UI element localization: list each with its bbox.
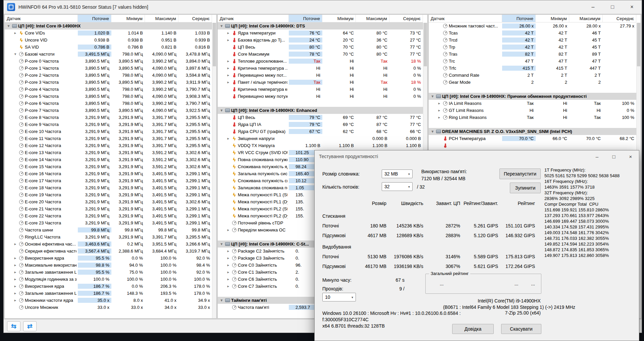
sensor-row[interactable]: Tras82 T82 T89 T [429,51,636,58]
sensor-row[interactable]: ЦП Весь80 °C70 °C80 °C77 °C [218,44,423,51]
sensor-group-header[interactable]: ▾DREAM MACHINES SP. Z O.O. V3xxSNP_SNN_S… [429,128,636,135]
sensor-row[interactable]: Uncore Множник33.0 x33.0 x34.0 x33.0 x [5,304,212,311]
sensor-row[interactable]: E-core 11 Частота3,291.9 МГц3,291.9 МГц3… [5,135,212,142]
sensor-row[interactable]: P-core 1 Частота3,890.5 МГц3,890.5 МГц4,… [5,65,212,72]
col-header-1[interactable]: Поточне [78,15,111,22]
sensor-row[interactable]: Середня ефективна частота3,567.4 МГц2,38… [5,248,212,255]
sensor-row[interactable]: ▸Ring Limit ReasonsТакНіТак100 % [429,114,636,121]
col-header-3[interactable]: Максимум [145,15,178,22]
sensor-row[interactable]: E-core 13 Частота3,291.9 МГц3,291.9 МГц3… [5,149,212,156]
sensor-row[interactable]: Command Rate2 T2 T2 T [429,72,636,79]
sensor-row[interactable]: E-core 20 Частота3,291.9 МГц3,291.9 МГц3… [5,198,212,205]
col-header-1[interactable]: Поточне [289,15,322,22]
help-button[interactable]: Довідка [452,324,494,334]
sensor-row[interactable]: ▸Загальне завантаження ЦП95.5 %75.0 %100… [5,269,212,276]
sensor-group-header[interactable]: ▾ЦП [#0]: Intel Core i9-14900HX: Enhance… [218,107,423,114]
sensor-group-header[interactable]: ▾ЦП [#0]: Intel Core i9-14900HX [5,22,212,29]
sensor-row[interactable]: Trfc415 T415 T447 T [429,65,636,72]
sensor-row[interactable]: ▸Базова відстань до Tj...24 °C20 °C36 °C… [218,37,423,44]
sensor-row[interactable]: ▾Базові частоти3,491.5 МГц798.0 МГц4,090… [5,51,212,58]
sensor-row[interactable]: ϟSA VID0.786 В0.786 В0.821 В0.816 В [5,44,212,51]
restart-button[interactable]: Перезапустити [499,168,541,179]
sensor-row[interactable]: E-core 18 Частота3,291.9 МГц3,291.9 МГц3… [5,184,212,191]
sensor-row[interactable]: Trc47 T47 T47 T [429,58,636,65]
dialog-minimize-button[interactable]: – [589,150,605,162]
sensor-row[interactable]: ▸Загальне завантаження ЦП186.7 %148.3 %1… [5,290,212,297]
sensor-row[interactable]: Core Максимум78 °C70 °C80 °C77 °C [218,51,423,58]
sensor-row[interactable]: P-core 5 Частота3,890.5 МГц798.0 МГц4,09… [5,93,212,100]
sensor-row[interactable] [429,142,636,149]
col-header-2[interactable]: Мінімум [322,15,356,22]
dictionary-size-select[interactable]: 32 MB ▾ [382,169,413,178]
sensor-row[interactable]: ▸Використання ядра186.7 %0.0 %206.3 %178… [5,283,212,290]
sensor-row[interactable]: ▸ϟЗміщення напруги0.000 В0.000 В [218,135,423,142]
sensor-row[interactable]: P-core 4 Частота3,890.5 МГц798.0 МГц3,99… [5,86,212,93]
col-header-sensor[interactable]: Датчик [5,15,78,22]
sensor-row[interactable]: Tcas42 T42 T46 T [429,29,636,37]
scrollbar-thumb[interactable] [424,23,427,66]
sensor-row[interactable]: ϟVDDQ TX Напруга1.100 В1.100 В1.100 В1.1… [218,142,423,149]
reorder-columns-button[interactable]: ⇄ [23,321,37,331]
sensor-row[interactable]: Ring/LLC Частота3,291.9 МГц3,291.9 МГц3,… [5,233,212,241]
sensor-group-header[interactable]: ▾ЦП [#0]: Intel Core i9-14900HX: Причини… [429,93,636,100]
sensor-row[interactable]: P-core 0 Частота3,890.5 МГц3,890.5 МГц3,… [5,58,212,65]
cancel-button[interactable]: Скасувати [501,324,541,334]
sensor-row[interactable]: ▸Теплове дроселюванн...ТакНіТак18 % [218,58,423,65]
col-header-4[interactable]: Середнє [178,15,212,22]
col-header-3[interactable]: Максимум [569,15,603,22]
minimize-button[interactable]: – [583,0,603,14]
sensor-row[interactable]: ▸Використання ядра95.5 %0.0 %100.0 %92.0… [5,255,212,262]
swap-columns-button[interactable]: ⇆ [7,321,20,331]
benchmark-titlebar[interactable]: Тестування продуктивності – □ × [315,150,639,162]
col-header-1[interactable]: Поточне [502,15,536,22]
sensor-row[interactable]: E-core 23 Частота3,291.9 МГц3,291.9 МГц3… [5,219,212,226]
sensor-row[interactable]: ϟUncore VID0.938 В0.938 В0.951 В0.939 В [5,37,212,44]
sensor-row[interactable]: ▸Пакет / кільце термічного ...ТакНіТак18… [218,79,423,86]
sensor-row[interactable]: ▸IA Limit ReasonsТакНіТак100 % [429,100,636,107]
sensor-row[interactable]: P-core 6 Частота3,890.5 МГц798.0 МГц3,99… [5,100,212,107]
sensor-row[interactable]: Перевищено межу потужн...НіНіНі0 % [218,93,423,100]
sensor-row[interactable]: PCH Температура70.0 °C66.0 °C70.0 °C68.2… [429,135,636,142]
stop-button[interactable]: Зупинити [510,183,541,193]
sensor-row[interactable]: ▸Модуляція годинника за за...100.0 %100.… [5,276,212,283]
sensor-row[interactable]: ▸Ядра температури76 °C64 °C80 °C73 °C [218,29,423,37]
col-header-2[interactable]: Мінімум [111,15,145,22]
col-header-4[interactable]: Середнє [389,15,423,22]
sensor-row[interactable]: ЦП Весь79 °C69 °C87 °C77 °C [218,114,423,121]
sensor-row[interactable]: Ядра ЦП IA79 °C69 °C87 °C77 °C [218,121,423,128]
dialog-maximize-button[interactable]: □ [605,150,622,162]
dialog-close-button[interactable]: × [622,150,639,162]
scrollbar-thumb[interactable] [213,23,216,66]
sensor-row[interactable]: ▸Основні ефективна час...3,463.6 МГц0.2 … [5,241,212,248]
sensor-row[interactable]: ▸Множники частоти ядра35.0 x8.0 x41.0 x3… [5,297,212,304]
sensor-row[interactable]: Trcd42 T42 T45 T [429,37,636,44]
sensor-row[interactable]: P-core 7 Частота3,890.5 МГц3,890.5 МГц4,… [5,107,212,114]
sensor-row[interactable]: ▸Максимальне використанн...98.8 %94.0 %1… [5,262,212,269]
sensor-row[interactable]: Критична температура кор...НіНіНі0 % [218,86,423,93]
sensor-row[interactable]: E-core 12 Частота3,291.9 МГц3,291.9 МГц3… [5,142,212,149]
sensor-group-header[interactable]: ▾ЦП [#0]: Intel Core i9-14900HX: DTS [218,22,423,29]
threads-select[interactable]: 32 ▾ [382,182,413,191]
sensor-row[interactable]: E-core 22 Частота3,291.9 МГц3,291.9 МГц3… [5,212,212,219]
close-button[interactable]: × [622,0,642,14]
sensor-row[interactable]: Множник тактової част...26.00 x26.00 x28… [429,22,636,29]
sensor-row[interactable]: Ядра CPU GT (графіка)67 °C62 °C68 °C66 °… [218,128,423,135]
col-header-4[interactable]: Середнє [603,15,636,22]
sensor-row[interactable]: ▸Перевищено межу пот...НіНіНі0 % [218,72,423,79]
sensor-row[interactable]: E-core 17 Частота3,291.9 МГц3,291.9 МГц3… [5,177,212,184]
scrollbar-thumb[interactable] [637,23,640,66]
col-header-3[interactable]: Максимум [356,15,389,22]
col-header-2[interactable]: Мінімум [536,15,569,22]
maximize-button[interactable]: □ [603,0,622,14]
titlebar[interactable]: HWiNFO® 64 Pro v8.31-5810 Sensor Status … [4,0,642,14]
sensor-row[interactable]: E-core 19 Частота3,291.9 МГц3,291.9 МГц3… [5,191,212,198]
vertical-scrollbar[interactable] [212,23,216,318]
sensor-row[interactable]: ▸GT Limit ReasonsНіНіНі0 % [429,107,636,114]
col-header-sensor[interactable]: Датчик [429,15,502,22]
sensor-row[interactable]: P-core 2 Частота3,890.5 МГц798.0 МГц4,09… [5,72,212,79]
sensor-row[interactable]: Частота шини99.8 МГц99.8 МГц99.8 МГц99.8… [5,226,212,233]
sensor-row[interactable]: E-core 14 Частота3,291.9 МГц3,291.9 МГц3… [5,156,212,163]
passes-select[interactable]: 10 ▾ [322,293,356,301]
col-header-sensor[interactable]: Датчик [218,15,289,22]
sensor-row[interactable]: E-core 21 Частота3,291.9 МГц3,291.9 МГц3… [5,205,212,212]
